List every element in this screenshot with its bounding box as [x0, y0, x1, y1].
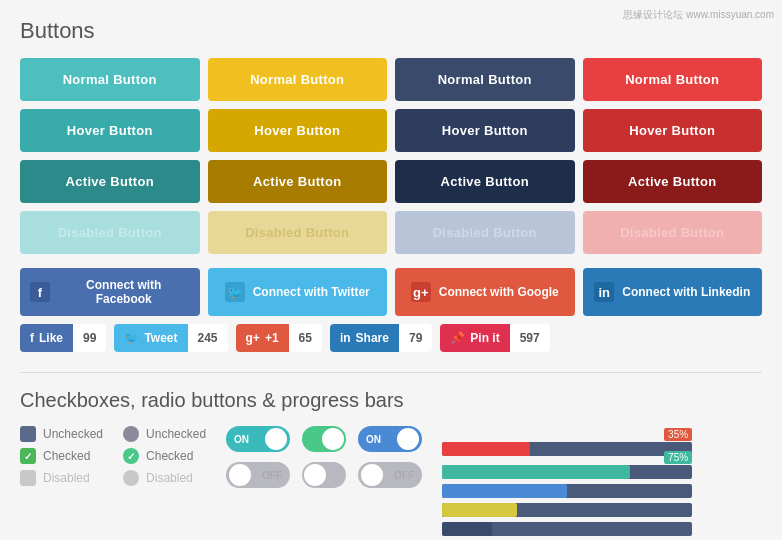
rb-disabled-item: Disabled	[123, 470, 206, 486]
progress-bar-4-container	[442, 503, 692, 517]
toggle-round-on[interactable]	[302, 426, 346, 452]
gp-icon: g+	[246, 331, 260, 345]
toggle-round-knob-on	[322, 428, 344, 450]
progress-track-5	[442, 522, 692, 536]
btn-connect-facebook[interactable]: f Connect with Facebook	[20, 268, 200, 316]
btn-connect-linkedin[interactable]: in Connect with Linkedin	[583, 268, 763, 316]
cb-checked-item[interactable]: ✓ Checked	[20, 448, 103, 464]
share-tw-main: 🐦 Tweet	[114, 324, 187, 352]
toggle-blue-knob-off	[361, 464, 383, 486]
share-twitter[interactable]: 🐦 Tweet 245	[114, 324, 227, 352]
progress-track-3	[442, 484, 692, 498]
share-linkedin[interactable]: in Share 79	[330, 324, 432, 352]
share-li-count: 79	[399, 324, 432, 352]
toggle-slider-off[interactable]: OFF	[226, 462, 290, 488]
toggle-round-off[interactable]	[302, 462, 346, 488]
share-facebook[interactable]: f Like 99	[20, 324, 106, 352]
cb-checked-label: Checked	[43, 449, 90, 463]
btn-navy-hover[interactable]: Hover Button	[395, 109, 575, 152]
checks-toggles-bars: Unchecked ✓ Checked Disabled Unchecked	[20, 426, 762, 536]
btn-navy-normal[interactable]: Normal Button	[395, 58, 575, 101]
btn-yellow-disabled: Disabled Button	[208, 211, 388, 254]
rb-checked[interactable]: ✓	[123, 448, 139, 464]
toggle-blue-off-text: OFF	[394, 470, 414, 481]
progress-label-2: 75%	[664, 451, 692, 464]
fb-icon: f	[30, 331, 34, 345]
rb-disabled-label: Disabled	[146, 471, 193, 485]
toggle-off-row: OFF OFF	[226, 462, 422, 488]
radio-checkmark-icon: ✓	[127, 451, 135, 462]
toggle-blue-off[interactable]: OFF	[358, 462, 422, 488]
btn-connect-twitter[interactable]: 🐦 Connect with Twitter	[208, 268, 388, 316]
checkmark-icon: ✓	[24, 451, 32, 462]
share-pin-label: Pin it	[470, 331, 499, 345]
share-fb-count: 99	[73, 324, 106, 352]
btn-green-active[interactable]: Active Button	[20, 160, 200, 203]
share-pin-count: 597	[510, 324, 550, 352]
btn-red-hover[interactable]: Hover Button	[583, 109, 763, 152]
google-icon: g+	[411, 282, 431, 302]
toggle-blue-knob-on	[397, 428, 419, 450]
twitter-label: Connect with Twitter	[253, 285, 370, 299]
round-radios: Unchecked ✓ Checked Disabled	[123, 426, 206, 486]
pin-icon: 📌	[450, 331, 465, 345]
toggle-knob-on	[265, 428, 287, 450]
btn-yellow-normal[interactable]: Normal Button	[208, 58, 388, 101]
toggle-slider-on[interactable]: ON	[226, 426, 290, 452]
share-tw-count: 245	[188, 324, 228, 352]
tw-icon: 🐦	[124, 331, 139, 345]
progress-bar-1-container: 35%	[442, 442, 692, 456]
page-container: 思缘设计论坛 www.missyuan.com Buttons Normal B…	[0, 0, 782, 540]
btn-connect-google[interactable]: g+ Connect with Google	[395, 268, 575, 316]
btn-green-hover[interactable]: Hover Button	[20, 109, 200, 152]
rb-checked-item[interactable]: ✓ Checked	[123, 448, 206, 464]
cb-unchecked[interactable]	[20, 426, 36, 442]
watermark: 思缘设计论坛 www.missyuan.com	[623, 8, 774, 22]
progress-label-1: 35%	[664, 428, 692, 441]
progress-track-2	[442, 465, 692, 479]
share-google[interactable]: g+ +1 65	[236, 324, 322, 352]
share-fb-label: Like	[39, 331, 63, 345]
progress-track-1	[442, 442, 692, 456]
toggles-group: ON ON OFF	[226, 426, 422, 488]
cb-disabled	[20, 470, 36, 486]
google-label: Connect with Google	[439, 285, 559, 299]
cb-disabled-item: Disabled	[20, 470, 103, 486]
checkboxes-section-title: Checkboxes, radio buttons & progress bar…	[20, 389, 762, 412]
section-divider	[20, 372, 762, 373]
btn-red-active[interactable]: Active Button	[583, 160, 763, 203]
social-buttons-row: f Connect with Facebook 🐦 Connect with T…	[20, 268, 762, 316]
share-li-main: in Share	[330, 324, 399, 352]
toggle-on-text: ON	[234, 434, 249, 445]
cb-checked[interactable]: ✓	[20, 448, 36, 464]
rb-unchecked-label: Unchecked	[146, 427, 206, 441]
progress-track-4	[442, 503, 692, 517]
btn-green-disabled: Disabled Button	[20, 211, 200, 254]
rb-unchecked-item[interactable]: Unchecked	[123, 426, 206, 442]
rb-unchecked[interactable]	[123, 426, 139, 442]
share-pin-main: 📌 Pin it	[440, 324, 509, 352]
cb-unchecked-item[interactable]: Unchecked	[20, 426, 103, 442]
btn-yellow-active[interactable]: Active Button	[208, 160, 388, 203]
linkedin-label: Connect with Linkedin	[622, 285, 750, 299]
progress-fill-5	[442, 522, 492, 536]
cb-disabled-label: Disabled	[43, 471, 90, 485]
progress-fill-4	[442, 503, 517, 517]
btn-red-normal[interactable]: Normal Button	[583, 58, 763, 101]
toggle-round-knob-off	[304, 464, 326, 486]
share-gp-main: g+ +1	[236, 324, 289, 352]
btn-navy-disabled: Disabled Button	[395, 211, 575, 254]
buttons-grid: Normal Button Normal Button Normal Butto…	[20, 58, 762, 254]
share-gp-label: +1	[265, 331, 279, 345]
toggle-knob-off	[229, 464, 251, 486]
share-pinterest[interactable]: 📌 Pin it 597	[440, 324, 549, 352]
toggle-off-text: OFF	[262, 470, 282, 481]
progress-bar-2-container: 75%	[442, 465, 692, 479]
share-tw-label: Tweet	[144, 331, 177, 345]
toggle-blue-on[interactable]: ON	[358, 426, 422, 452]
cb-unchecked-label: Unchecked	[43, 427, 103, 441]
btn-yellow-hover[interactable]: Hover Button	[208, 109, 388, 152]
btn-green-normal[interactable]: Normal Button	[20, 58, 200, 101]
share-buttons-row: f Like 99 🐦 Tweet 245 g+ +1 65 in Share	[20, 324, 762, 352]
btn-navy-active[interactable]: Active Button	[395, 160, 575, 203]
